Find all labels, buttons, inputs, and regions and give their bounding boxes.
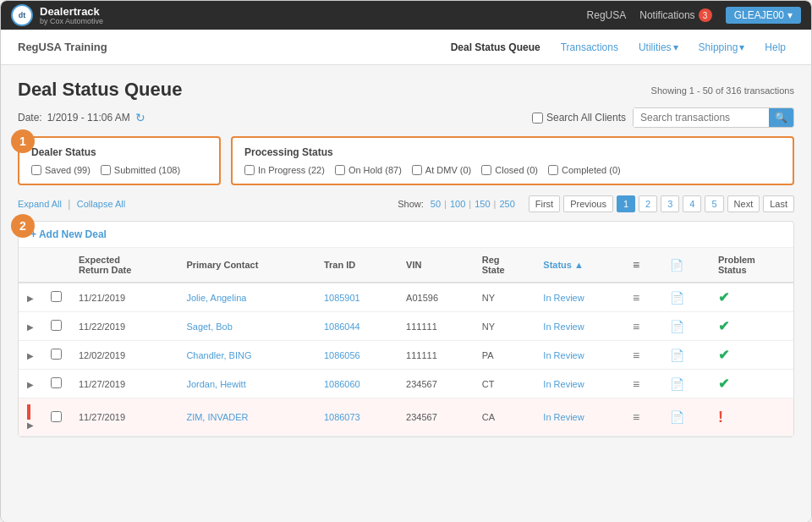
doc-icon[interactable]: 📄: [670, 349, 684, 362]
submitted-checkbox[interactable]: [101, 165, 111, 175]
in-progress-checkbox[interactable]: [244, 165, 255, 175]
status-value: In Review: [543, 412, 584, 422]
row-checkbox[interactable]: [51, 320, 62, 331]
contact-link[interactable]: Jolie, Angelina: [186, 293, 246, 303]
page-4-button[interactable]: 4: [683, 195, 701, 212]
col-return-date: ExpectedReturn Date: [70, 248, 178, 283]
contact-link[interactable]: Chandler, BING: [186, 350, 251, 360]
filter-saved[interactable]: Saved (99): [31, 165, 91, 175]
page-5-button[interactable]: 5: [705, 195, 723, 212]
expand-row-arrow[interactable]: ▶: [27, 420, 34, 430]
row-checkbox[interactable]: [51, 377, 62, 388]
expand-all-link[interactable]: Expand All: [18, 199, 62, 209]
show-250-link[interactable]: 250: [499, 199, 514, 209]
tran-id-link[interactable]: 1086060: [324, 379, 360, 389]
tran-id-link[interactable]: 1086056: [324, 350, 360, 360]
doc-icon[interactable]: 📄: [670, 377, 684, 391]
nav-shipping[interactable]: Shipping ▾: [690, 38, 754, 57]
nav-deal-status-queue[interactable]: Deal Status Queue: [442, 38, 549, 57]
contact-link[interactable]: Jordan, Hewitt: [186, 379, 245, 389]
list-icon-cell: ≡: [624, 312, 661, 341]
page-2-button[interactable]: 2: [639, 195, 657, 212]
previous-page-button[interactable]: Previous: [563, 195, 613, 212]
dealer-status-options: Saved (99) Submitted (108): [31, 165, 207, 175]
completed-checkbox[interactable]: [548, 165, 558, 175]
tran-id-cell: 1086044: [315, 312, 398, 341]
tran-id-link[interactable]: 1085901: [324, 293, 360, 303]
shipping-chevron-icon: ▾: [739, 41, 744, 53]
filter-on-hold[interactable]: On Hold (87): [335, 165, 402, 175]
row-checkbox[interactable]: [51, 291, 62, 302]
first-page-button[interactable]: First: [529, 195, 560, 212]
problem-cell: ✔: [710, 341, 793, 370]
search-all-clients-label[interactable]: Search All Clients: [532, 112, 626, 124]
return-date-cell: 11/21/2019: [70, 283, 178, 312]
show-50-link[interactable]: 50: [431, 199, 441, 209]
show-150-link[interactable]: 150: [475, 199, 490, 209]
doc-icon[interactable]: 📄: [670, 410, 684, 424]
date-value: 1/2019 - 11:06 AM: [47, 112, 130, 124]
notifications-label: Notifications: [639, 9, 694, 21]
expand-row-arrow[interactable]: ▶: [27, 380, 34, 389]
problem-check-icon: ✔: [718, 319, 729, 333]
list-icon[interactable]: ≡: [633, 291, 639, 305]
table-header-row: ExpectedReturn Date Primary Contact Tran…: [19, 248, 793, 283]
problem-check-icon: ✔: [718, 290, 729, 305]
tran-id-link[interactable]: 1086044: [324, 321, 360, 332]
show-100-link[interactable]: 100: [450, 199, 465, 209]
row-checkbox[interactable]: [51, 411, 62, 422]
user-menu-button[interactable]: GLEAJE00 ▾: [726, 7, 801, 24]
at-dmv-checkbox[interactable]: [412, 165, 422, 175]
filter-at-dmv[interactable]: At DMV (0): [412, 165, 471, 175]
closed-checkbox[interactable]: [481, 165, 491, 175]
collapse-all-link[interactable]: Collapse All: [77, 199, 125, 209]
expand-cell: ▶: [19, 312, 42, 341]
showing-text: Showing 1 - 50 of 316 transactions: [651, 85, 794, 96]
expand-row-arrow[interactable]: ▶: [27, 294, 34, 303]
contact-link[interactable]: ZIM, INVADER: [186, 412, 248, 422]
search-input[interactable]: [634, 108, 769, 127]
doc-icon[interactable]: 📄: [670, 291, 684, 305]
nav-transactions[interactable]: Transactions: [552, 38, 627, 57]
processing-status-title: Processing Status: [244, 146, 781, 158]
filter-in-progress[interactable]: In Progress (22): [244, 165, 325, 175]
secondary-brand: RegUSA Training: [18, 41, 107, 53]
filter-section: 1 Dealer Status Saved (99) Submitted (10…: [18, 136, 794, 185]
next-page-button[interactable]: Next: [727, 195, 760, 212]
page-3-button[interactable]: 3: [661, 195, 679, 212]
doc-icon[interactable]: 📄: [670, 320, 684, 333]
nav-utilities[interactable]: Utilities ▾: [630, 38, 687, 57]
tran-id-link[interactable]: 1086073: [324, 412, 360, 422]
region-label: RegUSA: [587, 9, 627, 21]
expand-sep: |: [68, 198, 73, 210]
search-all-clients-checkbox[interactable]: [532, 113, 543, 124]
contact-cell: Jordan, Hewitt: [178, 370, 315, 398]
brand-title: Dealertrack: [40, 6, 103, 17]
expand-row-arrow[interactable]: ▶: [27, 351, 34, 360]
filter-closed[interactable]: Closed (0): [481, 165, 538, 175]
col-list-icon: ≡: [624, 248, 661, 283]
list-icon[interactable]: ≡: [633, 410, 639, 424]
page-1-button[interactable]: 1: [617, 195, 635, 212]
list-icon[interactable]: ≡: [633, 349, 639, 362]
filter-completed[interactable]: Completed (0): [548, 165, 621, 175]
filter-submitted[interactable]: Submitted (108): [101, 165, 180, 175]
row-checkbox[interactable]: [51, 349, 62, 360]
last-page-button[interactable]: Last: [763, 195, 794, 212]
saved-checkbox[interactable]: [31, 165, 41, 175]
nav-help[interactable]: Help: [756, 38, 794, 57]
list-icon[interactable]: ≡: [633, 377, 639, 391]
filter-row: Dealer Status Saved (99) Submitted (108): [18, 136, 794, 185]
table-row: ▶ 11/21/2019 Jolie, Angelina 1085901 A01…: [19, 283, 793, 312]
contact-link[interactable]: Saget, Bob: [186, 321, 232, 332]
secondary-navbar: RegUSA Training Deal Status Queue Transa…: [1, 30, 811, 65]
col-status[interactable]: Status ▲: [535, 248, 624, 283]
brand-name: Dealertrack by Cox Automotive: [40, 6, 103, 25]
add-new-deal-button[interactable]: + Add New Deal: [30, 228, 107, 240]
refresh-icon[interactable]: ↻: [135, 111, 145, 124]
search-button[interactable]: 🔍: [769, 108, 793, 127]
on-hold-checkbox[interactable]: [335, 165, 345, 175]
notifications-button[interactable]: Notifications 3: [639, 8, 711, 22]
list-icon[interactable]: ≡: [633, 320, 639, 333]
expand-row-arrow[interactable]: ▶: [27, 322, 34, 332]
